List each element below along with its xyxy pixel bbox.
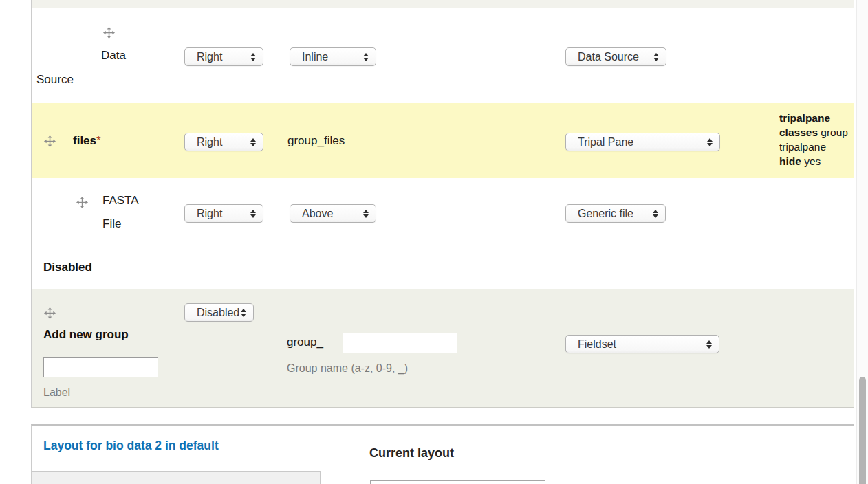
label-position-select[interactable]: Right [184,133,263,151]
drag-handle-icon[interactable] [76,197,88,208]
select-value: Inline [302,51,328,63]
field-label-data-source-line1: Data [101,49,126,63]
select-value: Tripal Pane [578,136,633,148]
group-format-select[interactable]: Fieldset [565,335,719,353]
label-position-select[interactable]: Right [184,47,263,66]
manage-display-page: Data Source Right Inline Data Source fil… [0,0,868,484]
previous-row-partial [32,0,854,8]
new-group-label-input[interactable] [43,357,158,377]
vertical-scrollbar-track[interactable] [856,0,868,484]
field-display-table: Data Source Right Inline Data Source fil… [31,0,854,408]
current-layout-field[interactable] [370,480,545,484]
select-updown-arrows-icon [707,138,713,146]
layout-heading-link[interactable]: Layout for bio data 2 in default [43,439,219,453]
format-select[interactable]: Inline [290,47,376,66]
select-updown-arrows-icon [363,53,369,61]
field-label-fasta-line1: FASTA [102,194,139,208]
summary-line: hide yes [779,154,853,168]
widget-select[interactable]: Tripal Pane [565,133,720,151]
select-updown-arrows-icon [653,53,659,61]
summary-line: tripalpane [779,140,853,154]
add-new-group-title: Add new group [43,328,129,342]
format-select[interactable]: Above [290,204,376,223]
select-value: Data Source [578,51,639,63]
drag-handle-icon[interactable] [103,27,115,38]
select-updown-arrows-icon [706,340,712,349]
select-value: Generic file [578,208,633,219]
vertical-scrollbar-thumb[interactable] [859,377,866,484]
files-row-highlight [32,103,854,178]
drag-handle-icon[interactable] [44,135,56,147]
field-label-fasta-line2: File [102,217,121,231]
disabled-section-header: Disabled [43,261,92,274]
machine-name-caption: Group name (a-z, 0-9, _) [287,362,408,375]
widget-select[interactable]: Generic file [565,204,666,223]
layout-panel: Layout for bio data 2 in default Current… [31,424,854,484]
select-value: Above [302,208,333,219]
select-updown-arrows-icon [250,138,256,146]
current-layout-title: Current layout [369,446,454,461]
summary-line: tripalpane [779,111,853,125]
select-value: Disabled [197,307,239,318]
select-updown-arrows-icon [250,210,256,218]
widget-select[interactable]: Data Source [565,47,666,66]
group-machine-name: group_files [287,134,345,148]
summary-line: classes group [779,125,853,140]
field-label-data-source-line2: Source [36,73,74,87]
tripal-pane-settings-summary: tripalpane classes group tripalpane hide… [779,111,853,173]
layout-table-cell [32,471,321,484]
label-caption: Label [43,386,70,399]
region-select[interactable]: Disabled [184,303,254,322]
select-updown-arrows-icon [241,309,246,317]
required-marker: * [96,134,101,147]
select-value: Right [197,208,222,219]
select-value: Right [197,136,222,148]
label-position-select[interactable]: Right [184,204,263,223]
select-value: Fieldset [578,338,616,350]
machine-name-prefix: group_ [287,336,323,349]
field-label-files: files* [73,134,101,148]
select-updown-arrows-icon [653,210,658,218]
select-value: Right [197,51,222,63]
select-updown-arrows-icon [250,53,256,61]
select-updown-arrows-icon [363,210,369,218]
field-label-text: files [73,134,96,147]
drag-handle-icon[interactable] [44,307,56,319]
new-group-machine-name-input[interactable] [343,333,457,353]
